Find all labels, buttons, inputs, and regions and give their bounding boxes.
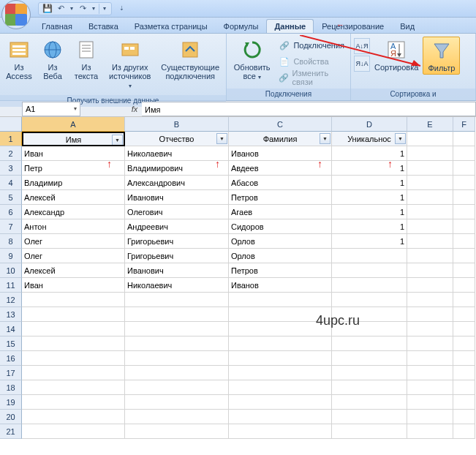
cell[interactable] xyxy=(407,336,453,351)
undo-icon[interactable]: ↶ xyxy=(55,3,67,15)
cell[interactable] xyxy=(407,307,453,322)
formula-input[interactable]: Имя xyxy=(142,102,476,116)
cell[interactable] xyxy=(453,351,475,366)
cell[interactable]: Николаевич xyxy=(125,146,229,161)
cell[interactable] xyxy=(229,351,332,366)
cell[interactable]: Григорьевич xyxy=(125,234,229,249)
cell[interactable] xyxy=(407,366,453,380)
from-other-button[interactable]: Из других источников ▾ xyxy=(104,37,156,92)
cell[interactable]: Агаев xyxy=(229,205,332,219)
cell[interactable]: 1 xyxy=(332,219,407,234)
cell[interactable] xyxy=(125,322,229,336)
undo-dropdown-icon[interactable]: ▾ xyxy=(68,3,75,15)
cell[interactable] xyxy=(453,336,475,351)
tab-data[interactable]: Данные xyxy=(266,19,314,33)
cell[interactable] xyxy=(125,307,229,322)
cell[interactable]: Олег xyxy=(22,234,125,249)
cell[interactable] xyxy=(332,395,407,410)
sort-az-button[interactable]: А↓Я xyxy=(354,38,370,54)
cell[interactable] xyxy=(453,263,475,278)
cell[interactable] xyxy=(453,190,475,205)
row-header[interactable]: 13 xyxy=(0,307,22,322)
cell[interactable] xyxy=(125,380,229,395)
cell[interactable]: Олег xyxy=(22,249,125,263)
cell[interactable] xyxy=(453,205,475,219)
cell[interactable] xyxy=(125,395,229,410)
row-header[interactable]: 9 xyxy=(0,249,22,263)
qat-customize-icon[interactable]: ▾ xyxy=(101,3,108,15)
cell[interactable]: Сидоров xyxy=(229,219,332,234)
cell[interactable] xyxy=(125,366,229,380)
col-header-E[interactable]: E xyxy=(407,117,453,132)
cell[interactable] xyxy=(407,161,453,176)
col-header-B[interactable]: B xyxy=(125,117,229,132)
cell[interactable] xyxy=(453,161,475,176)
cell[interactable] xyxy=(22,366,125,380)
cell[interactable] xyxy=(453,146,475,161)
cell[interactable] xyxy=(22,410,125,424)
row-header[interactable]: 6 xyxy=(0,205,22,219)
cell[interactable]: Николаевич xyxy=(125,278,229,293)
row-header[interactable]: 11 xyxy=(0,278,22,293)
row-header[interactable]: 18 xyxy=(0,380,22,395)
cell[interactable] xyxy=(22,380,125,395)
cell[interactable] xyxy=(407,249,453,263)
cell[interactable] xyxy=(125,293,229,307)
cell[interactable] xyxy=(407,410,453,424)
cell[interactable] xyxy=(22,395,125,410)
cell[interactable] xyxy=(453,278,475,293)
row-header[interactable]: 4 xyxy=(0,176,22,190)
cell[interactable]: Петров xyxy=(229,263,332,278)
cell[interactable]: Александр xyxy=(22,205,125,219)
tab-insert[interactable]: Вставка xyxy=(80,19,126,33)
save-icon[interactable]: 💾 xyxy=(42,3,53,15)
cell-F1[interactable] xyxy=(453,132,475,146)
cell[interactable] xyxy=(407,234,453,249)
cell[interactable] xyxy=(229,366,332,380)
from-text-button[interactable]: Из текста xyxy=(70,37,102,82)
cell[interactable] xyxy=(125,336,229,351)
cell[interactable] xyxy=(22,322,125,336)
cell[interactable]: 1 xyxy=(332,176,407,190)
cell[interactable] xyxy=(407,176,453,190)
tab-formulas[interactable]: Формулы xyxy=(216,19,267,33)
cell[interactable]: Иван xyxy=(22,278,125,293)
cell[interactable] xyxy=(453,424,475,439)
cell[interactable]: Алексей xyxy=(22,190,125,205)
row-header[interactable]: 5 xyxy=(0,190,22,205)
cell[interactable]: Антон xyxy=(22,219,125,234)
cell[interactable] xyxy=(22,293,125,307)
row-header[interactable]: 19 xyxy=(0,395,22,410)
cell[interactable] xyxy=(332,424,407,439)
cell[interactable] xyxy=(453,307,475,322)
cell[interactable]: Иванов xyxy=(229,278,332,293)
cell[interactable] xyxy=(332,278,407,293)
refresh-all-button[interactable]: Обновить все ▾ xyxy=(230,37,274,83)
cell[interactable]: Абасов xyxy=(229,176,332,190)
cell[interactable]: Владимир xyxy=(22,176,125,190)
fx-icon[interactable]: fx xyxy=(127,105,142,113)
filter-dropdown-icon[interactable]: ▼ xyxy=(320,133,330,144)
cell[interactable]: 1 xyxy=(332,234,407,249)
connections-button[interactable]: 🔗Подключения xyxy=(276,38,347,53)
cell[interactable] xyxy=(332,293,407,307)
cell[interactable]: 1 xyxy=(332,146,407,161)
filter-dropdown-icon[interactable]: ▼ xyxy=(112,135,123,146)
col-header-F[interactable]: F xyxy=(453,117,475,132)
cell[interactable] xyxy=(229,336,332,351)
qat-more-icon[interactable]: ⇣ xyxy=(118,3,125,15)
cell[interactable] xyxy=(332,249,407,263)
cell-B1[interactable]: Отчество▼ xyxy=(125,132,229,146)
cell[interactable]: Владимирович xyxy=(125,161,229,176)
row-header[interactable]: 20 xyxy=(0,410,22,424)
row-header[interactable]: 12 xyxy=(0,293,22,307)
filter-button[interactable]: Фильтр xyxy=(423,37,460,75)
cell[interactable] xyxy=(125,351,229,366)
row-header[interactable]: 3 xyxy=(0,161,22,176)
cell[interactable] xyxy=(332,351,407,366)
cell[interactable] xyxy=(332,380,407,395)
sort-za-button[interactable]: Я↓А xyxy=(354,56,370,72)
row-header[interactable]: 10 xyxy=(0,263,22,278)
cell[interactable] xyxy=(453,249,475,263)
cell[interactable] xyxy=(407,380,453,395)
